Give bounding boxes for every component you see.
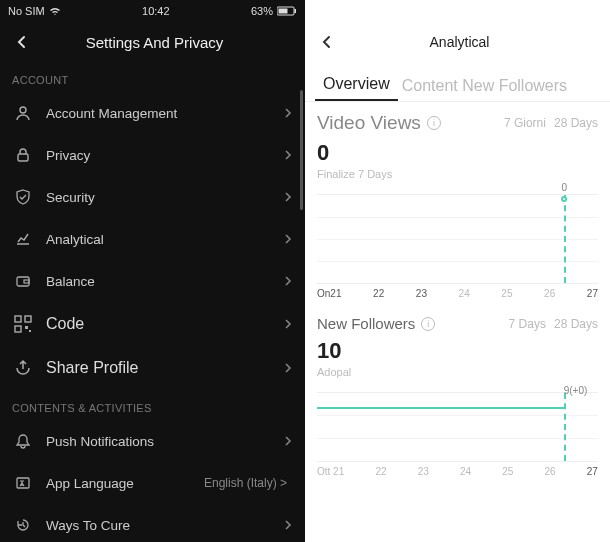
row-app-language[interactable]: App Language English (Italy) > — [0, 462, 305, 504]
row-label: Share Profile — [46, 359, 283, 377]
battery-label: 63% — [251, 5, 273, 17]
row-privacy[interactable]: Privacy — [0, 134, 305, 176]
history-icon — [12, 517, 34, 533]
svg-rect-8 — [25, 316, 31, 322]
page-title: Settings And Privacy — [14, 34, 295, 51]
svg-rect-4 — [18, 154, 28, 161]
svg-rect-11 — [29, 330, 31, 332]
row-account-management[interactable]: Account Management — [0, 92, 305, 134]
battery-icon — [277, 6, 297, 16]
wallet-icon — [12, 273, 34, 289]
wifi-icon — [49, 6, 61, 16]
chevron-right-icon — [283, 520, 293, 530]
lock-icon — [12, 147, 34, 163]
chart-video-views: 0 On21 22 23 24 25 26 27 — [317, 194, 598, 303]
video-views-title: Video Views i — [317, 112, 441, 134]
row-security[interactable]: Security — [0, 176, 305, 218]
status-bar: No SIM 10:42 63% — [0, 0, 305, 22]
qrcode-icon — [12, 315, 34, 333]
tab-content-new-followers[interactable]: Content New Followers — [398, 71, 571, 101]
row-label: Code — [46, 315, 283, 333]
analytics-header: Analytical — [305, 22, 610, 62]
carrier-label: No SIM — [8, 5, 45, 17]
language-icon — [12, 475, 34, 491]
section-header-contents: CONTENTS & ACTIVITIES — [0, 390, 305, 420]
chart-icon — [12, 231, 34, 247]
svg-rect-12 — [17, 478, 29, 488]
row-label: App Language — [46, 476, 204, 491]
svg-rect-9 — [15, 326, 21, 332]
row-balance[interactable]: Balance — [0, 260, 305, 302]
row-sublabel: English (Italy) > — [204, 476, 287, 490]
row-label: Account Management — [46, 106, 283, 121]
section-video-views: Video Views i 7 Giorni 28 Days 0 Finaliz… — [305, 102, 610, 186]
video-views-subtitle: Finalize 7 Days — [317, 168, 598, 180]
clock-label: 10:42 — [142, 5, 170, 17]
row-ways-to-cure[interactable]: Ways To Cure — [0, 504, 305, 542]
row-label: Security — [46, 190, 283, 205]
status-bar-spacer — [305, 0, 610, 22]
bell-icon — [12, 433, 34, 449]
new-followers-subtitle: Adopal — [317, 366, 598, 378]
x-axis-new-followers: Ott 21 22 23 24 25 26 27 — [317, 462, 598, 481]
shield-icon — [12, 189, 34, 205]
range-28[interactable]: 28 Days — [554, 317, 598, 331]
svg-rect-1 — [279, 9, 288, 14]
analytics-panel: Analytical Overview Content New Follower… — [305, 0, 610, 542]
chevron-right-icon — [283, 108, 293, 118]
info-icon[interactable]: i — [421, 317, 435, 331]
x-axis-video-views: On21 22 23 24 25 26 27 — [317, 284, 598, 303]
svg-rect-7 — [15, 316, 21, 322]
chevron-right-icon — [283, 436, 293, 446]
row-label: Push Notifications — [46, 434, 283, 449]
chevron-right-icon — [283, 150, 293, 160]
svg-rect-2 — [295, 9, 297, 13]
info-icon[interactable]: i — [427, 116, 441, 130]
section-new-followers: New Followers i 7 Days 28 Days 10 Adopal — [305, 305, 610, 384]
chevron-right-icon — [283, 276, 293, 286]
person-icon — [12, 105, 34, 121]
section-header-account: ACCOUNT — [0, 62, 305, 92]
row-label: Analytical — [46, 232, 283, 247]
page-title: Analytical — [319, 34, 600, 50]
svg-rect-10 — [25, 326, 28, 329]
row-label: Ways To Cure — [46, 518, 283, 533]
row-share-profile[interactable]: Share Profile — [0, 346, 305, 390]
tab-overview[interactable]: Overview — [315, 69, 398, 101]
chevron-right-icon — [283, 234, 293, 244]
svg-rect-6 — [24, 280, 29, 283]
row-push-notifications[interactable]: Push Notifications — [0, 420, 305, 462]
row-label: Balance — [46, 274, 283, 289]
point-label: 9(+0) — [564, 384, 588, 395]
scrollbar[interactable] — [300, 90, 303, 210]
chevron-right-icon — [283, 192, 293, 202]
point-label: 0 — [561, 181, 567, 192]
settings-header: Settings And Privacy — [0, 22, 305, 62]
video-views-value: 0 — [317, 140, 598, 166]
new-followers-value: 10 — [317, 338, 598, 364]
range-7[interactable]: 7 Giorni — [504, 116, 546, 130]
range-7[interactable]: 7 Days — [509, 317, 546, 331]
tabs: Overview Content New Followers — [305, 62, 610, 102]
row-analytical[interactable]: Analytical — [0, 218, 305, 260]
settings-list[interactable]: ACCOUNT Account Management Privacy Secur… — [0, 62, 305, 542]
row-code[interactable]: Code — [0, 302, 305, 346]
share-icon — [12, 359, 34, 377]
settings-panel: No SIM 10:42 63% Settings And Privacy AC… — [0, 0, 305, 542]
range-toggle[interactable]: 7 Giorni 28 Days — [504, 116, 598, 130]
new-followers-title: New Followers i — [317, 315, 435, 332]
chevron-right-icon — [283, 319, 293, 329]
chart-new-followers: 9(+0) Ott 21 22 23 24 25 26 27 — [317, 392, 598, 481]
row-label: Privacy — [46, 148, 283, 163]
svg-point-3 — [20, 107, 26, 113]
range-toggle[interactable]: 7 Days 28 Days — [509, 317, 598, 331]
svg-rect-5 — [17, 277, 29, 286]
range-28[interactable]: 28 Days — [554, 116, 598, 130]
chevron-right-icon — [283, 363, 293, 373]
